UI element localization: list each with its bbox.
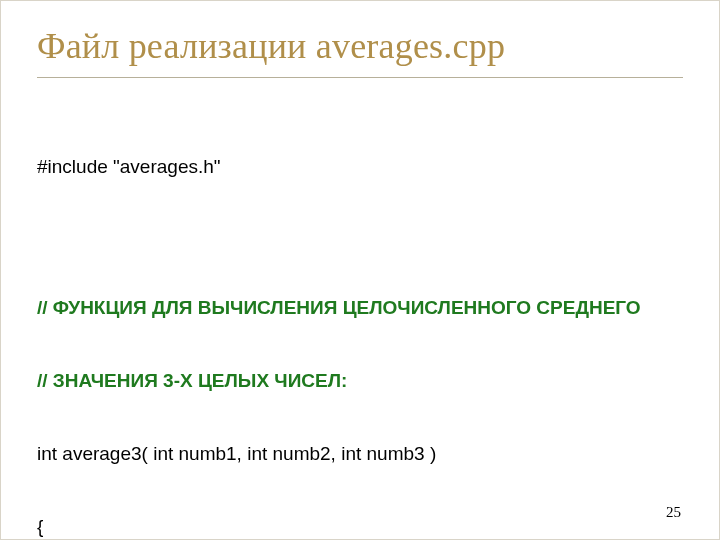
slide: Файл реализации averages.cpp #include "a…	[0, 0, 720, 540]
code-line: #include "averages.h"	[37, 155, 683, 179]
title-rule	[37, 77, 683, 78]
code-comment: // ЗНАЧЕНИЯ 3-Х ЦЕЛЫХ ЧИСЕЛ:	[37, 369, 683, 393]
code-line: {	[37, 515, 683, 539]
code-blank-line	[37, 228, 683, 248]
code-block: #include "averages.h" // ФУНКЦИЯ ДЛЯ ВЫЧ…	[37, 106, 683, 540]
slide-title: Файл реализации averages.cpp	[37, 25, 683, 67]
page-number: 25	[666, 504, 681, 521]
code-comment: // ФУНКЦИЯ ДЛЯ ВЫЧИСЛЕНИЯ ЦЕЛОЧИСЛЕННОГО…	[37, 296, 683, 320]
code-line: int average3( int numb1, int numb2, int …	[37, 442, 683, 466]
